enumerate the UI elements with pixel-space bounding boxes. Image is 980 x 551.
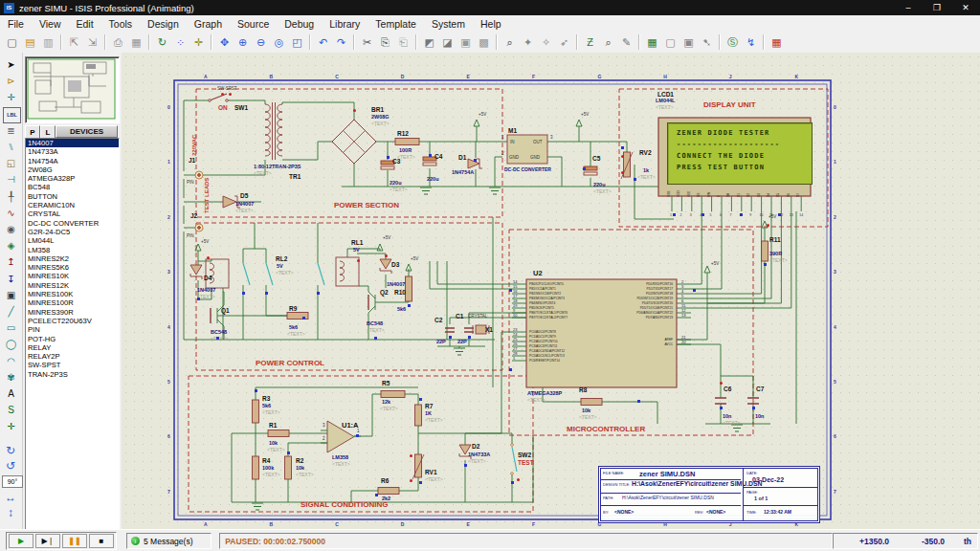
menu-edit[interactable]: Edit <box>69 18 101 30</box>
selection-pointer-tool[interactable]: ➤ <box>3 57 19 72</box>
block-delete-button[interactable]: ▩ <box>476 34 492 51</box>
flip-horizontal-button[interactable]: ↔ <box>2 490 19 505</box>
menu-tools[interactable]: Tools <box>101 18 141 30</box>
device-list[interactable]: 1N40071N4733A1N4754A2W08GATMEGA328PBC548… <box>25 138 120 541</box>
device-item[interactable]: LM358 <box>26 246 119 254</box>
remove-sheet-button[interactable]: ▣ <box>680 34 697 51</box>
electrical-rule-check-button[interactable]: ↯ <box>743 34 759 51</box>
packaging-tool-button[interactable]: ✧ <box>538 34 554 51</box>
print-button[interactable]: ⎙ <box>110 34 126 51</box>
device-item[interactable]: BUTTON <box>26 192 119 201</box>
device-item[interactable]: POT-HG <box>26 335 119 343</box>
menu-source[interactable]: Source <box>230 18 277 30</box>
device-item[interactable]: MINRES100K <box>26 290 119 298</box>
menu-view[interactable]: View <box>32 18 69 30</box>
2d-line-tool[interactable]: ╱ <box>3 304 19 319</box>
make-device-button[interactable]: ✦ <box>520 34 536 51</box>
copy-button[interactable]: ⎘ <box>377 34 393 51</box>
block-copy-button[interactable]: ◩ <box>421 34 437 51</box>
device-item[interactable]: BC548 <box>26 183 119 191</box>
device-item[interactable]: 1N4733A <box>26 147 119 156</box>
paste-button[interactable]: ⎗ <box>395 34 412 51</box>
menu-system[interactable]: System <box>424 18 473 30</box>
component-mode-tool[interactable]: ⊳ <box>3 74 19 88</box>
maximize-button[interactable]: ❐ <box>923 0 951 15</box>
junction-dot-tool[interactable]: ✛ <box>3 90 19 104</box>
graph-mode-tool[interactable]: ∿ <box>3 206 19 220</box>
decompose-button[interactable]: ➶ <box>556 34 572 51</box>
2d-circle-tool[interactable]: ◯ <box>3 337 19 351</box>
device-item[interactable]: RELAY2P <box>26 352 119 361</box>
subcircuit-tool[interactable]: ◱ <box>3 156 19 170</box>
cut-button[interactable]: ✂ <box>359 34 375 51</box>
wire-autorouter-button[interactable]: Ƶ <box>582 34 598 51</box>
wire-label-tool[interactable]: LBL <box>3 107 21 123</box>
device-item[interactable]: RELAY <box>26 343 119 352</box>
device-item[interactable]: CRYSTAL <box>26 209 119 218</box>
tape-recorder-tool[interactable]: ◉ <box>3 222 19 236</box>
device-pin-tool[interactable]: ╀ <box>3 189 19 204</box>
schematic-canvas[interactable]: ZENER DIODE TESTER -------------------- … <box>122 53 980 529</box>
stop-button[interactable]: ■ <box>89 534 114 548</box>
device-item[interactable]: CERAMIC10N <box>26 201 119 209</box>
zoom-all-button[interactable]: ◎ <box>271 34 287 51</box>
close-button[interactable]: ✕ <box>951 0 980 15</box>
marker-mode-tool[interactable]: ✛ <box>3 419 19 433</box>
new-file-button[interactable]: ▢ <box>4 34 20 51</box>
menu-library[interactable]: Library <box>322 18 368 30</box>
property-assignment-button[interactable]: ✎ <box>618 34 635 51</box>
toggle-grid-button[interactable]: ⁘ <box>172 34 189 51</box>
menu-template[interactable]: Template <box>368 18 424 30</box>
terminal-mode-tool[interactable]: ⊣ <box>3 172 19 187</box>
device-item[interactable]: 1N4007 <box>26 139 119 147</box>
2d-symbol-tool[interactable]: S <box>3 403 19 417</box>
export-button[interactable]: ⇲ <box>84 34 100 51</box>
device-item[interactable]: 2W08G <box>26 165 119 174</box>
block-rotate-button[interactable]: ▣ <box>457 34 474 51</box>
origin-button[interactable]: ✛ <box>190 34 207 51</box>
zoom-out-button[interactable]: ⊖ <box>253 34 269 51</box>
pick-device-button[interactable]: ⌕ <box>501 34 518 51</box>
2d-arc-tool[interactable]: ◠ <box>3 354 19 368</box>
flip-vertical-button[interactable]: ↕ <box>2 505 19 520</box>
menu-design[interactable]: Design <box>140 18 187 30</box>
device-item[interactable]: MINRES390R <box>26 308 119 317</box>
design-explorer-button[interactable]: ▦ <box>644 34 660 51</box>
2d-box-tool[interactable]: ▭ <box>3 320 19 335</box>
menu-file[interactable]: File <box>0 18 32 30</box>
device-item[interactable]: G2R-24-DC5 <box>26 228 119 236</box>
device-item[interactable]: PIN <box>26 325 119 334</box>
device-item[interactable]: TRAN-2P3S <box>26 370 119 379</box>
menu-graph[interactable]: Graph <box>187 18 230 30</box>
device-item[interactable]: DC-DC CONVERTER <box>26 219 119 228</box>
pan-button[interactable]: ✥ <box>216 34 233 51</box>
redraw-button[interactable]: ↻ <box>154 34 170 51</box>
text-script-tool[interactable]: ≣ <box>3 123 19 138</box>
device-item[interactable]: MINRES5K6 <box>26 263 119 272</box>
device-item[interactable]: LM044L <box>26 236 119 245</box>
schematic-overview[interactable] <box>25 56 120 123</box>
netlist-to-ares-button[interactable]: ▦ <box>768 34 785 51</box>
rotate-ccw-button[interactable]: ↺ <box>2 458 19 474</box>
voltage-probe-tool[interactable]: ↥ <box>3 254 19 269</box>
new-sheet-button[interactable]: ▢ <box>662 34 679 51</box>
device-item[interactable]: ATMEGA328P <box>26 174 119 183</box>
undo-button[interactable]: ↶ <box>315 34 331 51</box>
2d-path-tool[interactable]: ✾ <box>3 370 19 385</box>
block-move-button[interactable]: ◪ <box>439 34 456 51</box>
menu-debug[interactable]: Debug <box>277 18 322 30</box>
current-probe-tool[interactable]: ↧ <box>3 272 19 286</box>
generator-mode-tool[interactable]: ◈ <box>3 238 19 253</box>
device-item[interactable]: MINRES100R <box>26 298 119 307</box>
rotation-angle-field[interactable]: 90° <box>2 475 23 488</box>
redo-button[interactable]: ↷ <box>333 34 349 51</box>
zoom-area-button[interactable]: ◰ <box>289 34 305 51</box>
device-item[interactable]: PCELECT220U63V <box>26 317 119 325</box>
device-item[interactable]: MINRES10K <box>26 272 119 280</box>
device-item[interactable]: SW-SPST <box>26 361 119 369</box>
save-button[interactable]: ▥ <box>40 34 56 51</box>
message-status[interactable]: i 5 Message(s) <box>126 533 212 549</box>
mark-output-area-button[interactable]: ▦ <box>128 34 145 51</box>
open-folder-button[interactable]: ▤ <box>22 34 38 51</box>
bus-mode-tool[interactable]: ⑊ <box>3 140 19 154</box>
